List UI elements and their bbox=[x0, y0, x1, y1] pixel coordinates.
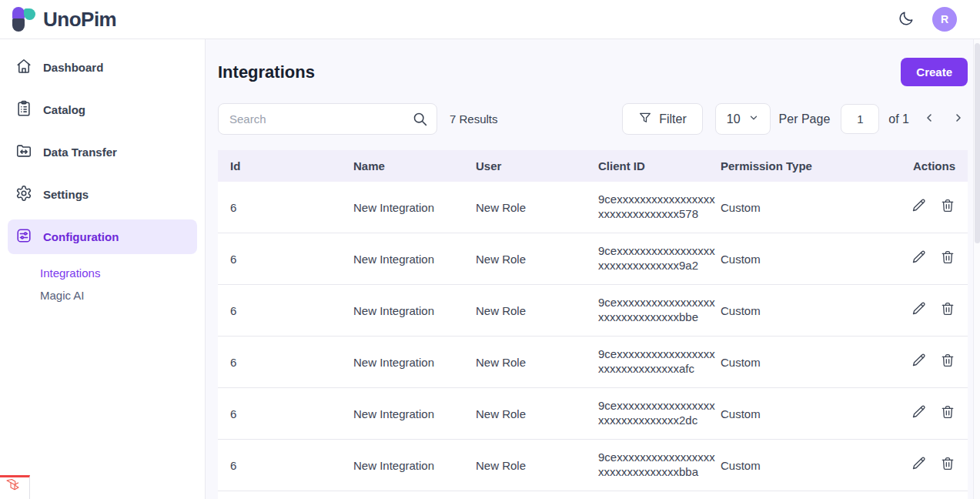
configuration-subnav: Integrations Magic AI bbox=[8, 262, 197, 306]
edit-icon[interactable] bbox=[911, 301, 927, 320]
cell-id: 6 bbox=[218, 356, 341, 369]
sidebar-item-label: Catalog bbox=[43, 103, 85, 116]
column-header-actions: Actions bbox=[903, 159, 968, 172]
search-icon[interactable] bbox=[412, 111, 428, 127]
moon-icon bbox=[898, 10, 915, 29]
cell-client-id: 9cexxxxxxxxxxxxxxxxx xxxxxxxxxxxxxxbba bbox=[586, 450, 708, 480]
next-page-button[interactable] bbox=[949, 109, 968, 129]
dark-mode-toggle[interactable] bbox=[897, 10, 915, 28]
unopim-logo[interactable]: UnoPim bbox=[12, 5, 116, 33]
cell-client-id: 9cexxxxxxxxxxxxxxxxx xxxxxxxxxxxxxx2dc bbox=[586, 399, 708, 428]
avatar-initial: R bbox=[941, 13, 948, 25]
table-row-partial bbox=[218, 491, 968, 499]
previous-page-button[interactable] bbox=[920, 109, 938, 129]
column-header-permission-type: Permission Type bbox=[708, 159, 903, 172]
per-page-label: Per Page bbox=[779, 112, 831, 126]
folder-transfer-icon bbox=[15, 142, 32, 162]
chevron-down-icon bbox=[748, 112, 759, 126]
scrollbar-thumb[interactable] bbox=[975, 43, 980, 243]
sidebar-item-settings[interactable]: Settings bbox=[8, 177, 197, 212]
cell-user: New Role bbox=[463, 253, 586, 266]
cell-id: 6 bbox=[218, 407, 341, 420]
top-header: UnoPim R bbox=[0, 0, 980, 39]
delete-icon[interactable] bbox=[940, 198, 955, 216]
cell-name: New Integration bbox=[341, 201, 463, 214]
edit-icon[interactable] bbox=[911, 456, 927, 474]
column-header-name: Name bbox=[341, 159, 463, 172]
cell-name: New Integration bbox=[341, 407, 463, 420]
cell-user: New Role bbox=[463, 407, 586, 420]
create-button[interactable]: Create bbox=[901, 58, 968, 86]
cell-client-id: 9cexxxxxxxxxxxxxxxxx xxxxxxxxxxxxxx9a2 bbox=[586, 244, 708, 273]
cell-user: New Role bbox=[463, 356, 586, 369]
search-input[interactable] bbox=[218, 103, 437, 135]
cell-id: 6 bbox=[218, 304, 341, 317]
cell-client-id: 9cexxxxxxxxxxxxxxxxx xxxxxxxxxxxxxxbbe bbox=[586, 296, 708, 325]
funnel-icon bbox=[638, 111, 652, 128]
page-scrollbar[interactable] bbox=[973, 0, 980, 499]
table-row: 6 New Integration New Role 9cexxxxxxxxxx… bbox=[218, 440, 968, 491]
sliders-icon bbox=[15, 227, 32, 246]
page-title: Integrations bbox=[218, 62, 315, 82]
delete-icon[interactable] bbox=[940, 404, 955, 423]
table-row: 6 New Integration New Role 9cexxxxxxxxxx… bbox=[218, 337, 968, 388]
cell-permission-type: Custom bbox=[708, 201, 903, 214]
page-number-input[interactable] bbox=[841, 104, 879, 134]
sidebar-item-catalog[interactable]: Catalog bbox=[8, 92, 197, 127]
cell-id: 6 bbox=[218, 201, 341, 214]
user-avatar[interactable]: R bbox=[932, 7, 957, 32]
edit-icon[interactable] bbox=[911, 353, 927, 371]
cell-name: New Integration bbox=[341, 459, 463, 472]
per-page-select[interactable]: 10 bbox=[715, 103, 771, 135]
delete-icon[interactable] bbox=[940, 301, 955, 320]
sidebar-item-data-transfer[interactable]: Data Transfer bbox=[8, 135, 197, 169]
sidebar-item-label: Settings bbox=[43, 188, 89, 201]
cell-name: New Integration bbox=[341, 304, 463, 317]
unopim-logo-icon bbox=[12, 5, 37, 33]
datagrid-toolbar: 7 Results Filter 10 Per Page bbox=[218, 103, 968, 135]
sidebar-item-dashboard[interactable]: Dashboard bbox=[8, 50, 197, 85]
filter-button[interactable]: Filter bbox=[622, 103, 703, 135]
sidebar-item-label: Dashboard bbox=[43, 61, 103, 74]
per-page-value: 10 bbox=[727, 112, 741, 126]
column-header-user: User bbox=[463, 159, 586, 172]
cell-user: New Role bbox=[463, 304, 586, 317]
subnav-item-magic-ai[interactable]: Magic AI bbox=[40, 284, 197, 306]
delete-icon[interactable] bbox=[940, 250, 955, 268]
laravel-debugbar-toggle[interactable] bbox=[0, 475, 30, 499]
gear-icon bbox=[15, 185, 32, 204]
table-row: 6 New Integration New Role 9cexxxxxxxxxx… bbox=[218, 182, 968, 233]
main-content: Integrations Create 7 Results Filter bbox=[206, 39, 980, 499]
clipboard-list-icon bbox=[15, 100, 32, 119]
cell-id: 6 bbox=[218, 253, 341, 266]
cell-permission-type: Custom bbox=[708, 253, 903, 266]
subnav-item-integrations[interactable]: Integrations bbox=[40, 262, 197, 284]
sidebar: Dashboard Catalog Data Transfer Settings bbox=[0, 39, 206, 499]
chevron-right-icon bbox=[952, 112, 965, 126]
cell-id: 6 bbox=[218, 459, 341, 472]
laravel-icon bbox=[5, 478, 24, 498]
filter-label: Filter bbox=[659, 112, 687, 126]
cell-user: New Role bbox=[463, 201, 586, 214]
delete-icon[interactable] bbox=[940, 353, 955, 371]
edit-icon[interactable] bbox=[911, 198, 927, 216]
table-row: 6 New Integration New Role 9cexxxxxxxxxx… bbox=[218, 388, 968, 440]
cell-permission-type: Custom bbox=[708, 407, 903, 420]
cell-permission-type: Custom bbox=[708, 459, 903, 472]
edit-icon[interactable] bbox=[911, 250, 927, 268]
sidebar-item-label: Data Transfer bbox=[43, 146, 117, 159]
sidebar-item-label: Configuration bbox=[43, 230, 119, 243]
table-row: 6 New Integration New Role 9cexxxxxxxxxx… bbox=[218, 285, 968, 337]
table-row: 6 New Integration New Role 9cexxxxxxxxxx… bbox=[218, 233, 968, 285]
cell-permission-type: Custom bbox=[708, 304, 903, 317]
home-icon bbox=[15, 58, 32, 77]
cell-name: New Integration bbox=[341, 253, 463, 266]
results-count: 7 Results bbox=[450, 112, 498, 126]
edit-icon[interactable] bbox=[911, 404, 927, 423]
cell-client-id: 9cexxxxxxxxxxxxxxxxx xxxxxxxxxxxxxx578 bbox=[586, 193, 708, 222]
sidebar-item-configuration[interactable]: Configuration bbox=[8, 219, 197, 254]
delete-icon[interactable] bbox=[940, 456, 955, 474]
cell-permission-type: Custom bbox=[708, 356, 903, 369]
cell-client-id: 9cexxxxxxxxxxxxxxxxx xxxxxxxxxxxxxxafc bbox=[586, 347, 708, 377]
integrations-table: Id Name User Client ID Permission Type A… bbox=[218, 150, 968, 499]
